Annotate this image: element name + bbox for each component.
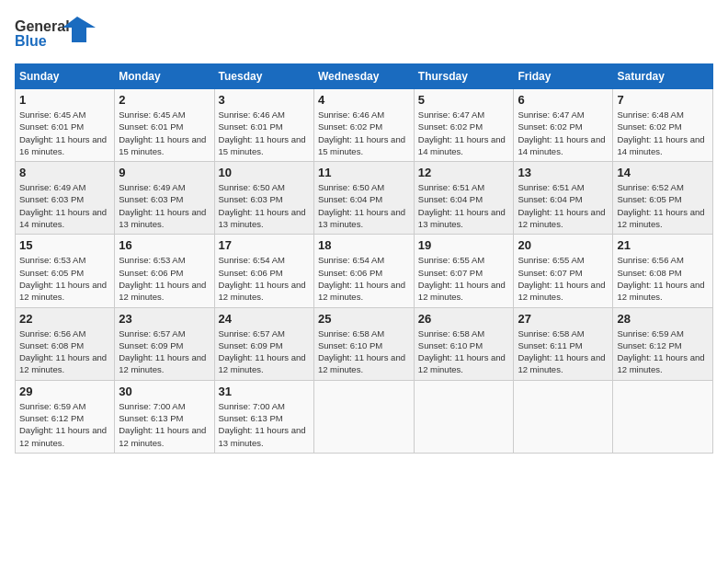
day-cell: 5Sunrise: 6:47 AM Sunset: 6:02 PM Daylig… bbox=[414, 89, 514, 162]
day-info: Sunrise: 6:54 AM Sunset: 6:06 PM Dayligh… bbox=[219, 254, 310, 303]
day-info: Sunrise: 6:45 AM Sunset: 6:01 PM Dayligh… bbox=[19, 109, 110, 157]
calendar-table: SundayMondayTuesdayWednesdayThursdayFrid… bbox=[15, 63, 713, 454]
day-cell: 6Sunrise: 6:47 AM Sunset: 6:02 PM Daylig… bbox=[514, 89, 613, 162]
logo: GeneralBlue bbox=[15, 15, 97, 56]
header-cell-friday: Friday bbox=[514, 64, 613, 89]
day-cell: 22Sunrise: 6:56 AM Sunset: 6:08 PM Dayli… bbox=[16, 307, 115, 380]
day-cell: 25Sunrise: 6:58 AM Sunset: 6:10 PM Dayli… bbox=[313, 307, 414, 380]
header-cell-monday: Monday bbox=[115, 64, 214, 89]
header-cell-saturday: Saturday bbox=[613, 64, 713, 89]
day-info: Sunrise: 6:47 AM Sunset: 6:02 PM Dayligh… bbox=[418, 109, 510, 157]
day-cell: 8Sunrise: 6:49 AM Sunset: 6:03 PM Daylig… bbox=[16, 162, 115, 235]
day-info: Sunrise: 6:54 AM Sunset: 6:06 PM Dayligh… bbox=[318, 254, 410, 303]
day-info: Sunrise: 6:58 AM Sunset: 6:10 PM Dayligh… bbox=[418, 327, 510, 376]
day-cell: 13Sunrise: 6:51 AM Sunset: 6:04 PM Dayli… bbox=[514, 162, 613, 235]
day-number: 19 bbox=[418, 238, 510, 252]
day-number: 31 bbox=[219, 385, 310, 398]
day-info: Sunrise: 6:53 AM Sunset: 6:05 PM Dayligh… bbox=[19, 254, 110, 303]
day-cell bbox=[414, 380, 514, 453]
day-number: 21 bbox=[617, 238, 709, 252]
day-cell: 24Sunrise: 6:57 AM Sunset: 6:09 PM Dayli… bbox=[214, 307, 313, 380]
day-info: Sunrise: 6:55 AM Sunset: 6:07 PM Dayligh… bbox=[518, 254, 609, 303]
week-row-1: 1Sunrise: 6:45 AM Sunset: 6:01 PM Daylig… bbox=[16, 89, 713, 162]
day-number: 14 bbox=[617, 166, 709, 179]
day-info: Sunrise: 6:59 AM Sunset: 6:12 PM Dayligh… bbox=[617, 327, 709, 376]
day-cell: 29Sunrise: 6:59 AM Sunset: 6:12 PM Dayli… bbox=[16, 380, 115, 453]
day-info: Sunrise: 6:45 AM Sunset: 6:01 PM Dayligh… bbox=[119, 109, 210, 157]
day-cell: 3Sunrise: 6:46 AM Sunset: 6:01 PM Daylig… bbox=[214, 89, 313, 162]
day-info: Sunrise: 6:47 AM Sunset: 6:02 PM Dayligh… bbox=[518, 109, 609, 157]
week-row-3: 15Sunrise: 6:53 AM Sunset: 6:05 PM Dayli… bbox=[16, 235, 713, 307]
day-info: Sunrise: 6:46 AM Sunset: 6:01 PM Dayligh… bbox=[219, 109, 310, 157]
day-info: Sunrise: 6:58 AM Sunset: 6:10 PM Dayligh… bbox=[318, 327, 410, 376]
header-cell-sunday: Sunday bbox=[16, 64, 115, 89]
header-cell-thursday: Thursday bbox=[414, 64, 514, 89]
day-number: 15 bbox=[19, 238, 110, 252]
day-info: Sunrise: 6:50 AM Sunset: 6:04 PM Dayligh… bbox=[318, 181, 410, 230]
day-info: Sunrise: 6:57 AM Sunset: 6:09 PM Dayligh… bbox=[119, 327, 210, 376]
day-number: 3 bbox=[219, 93, 310, 107]
day-cell: 7Sunrise: 6:48 AM Sunset: 6:02 PM Daylig… bbox=[613, 89, 713, 162]
day-info: Sunrise: 6:58 AM Sunset: 6:11 PM Dayligh… bbox=[518, 327, 609, 376]
day-info: Sunrise: 6:56 AM Sunset: 6:08 PM Dayligh… bbox=[19, 327, 110, 376]
day-number: 20 bbox=[518, 238, 609, 252]
day-number: 13 bbox=[518, 166, 609, 179]
calendar-header-row: SundayMondayTuesdayWednesdayThursdayFrid… bbox=[16, 64, 713, 89]
day-info: Sunrise: 6:49 AM Sunset: 6:03 PM Dayligh… bbox=[19, 181, 110, 230]
day-number: 28 bbox=[617, 312, 709, 326]
day-cell: 9Sunrise: 6:49 AM Sunset: 6:03 PM Daylig… bbox=[115, 162, 214, 235]
day-number: 17 bbox=[219, 238, 310, 252]
logo-svg: GeneralBlue bbox=[15, 15, 97, 56]
day-info: Sunrise: 6:57 AM Sunset: 6:09 PM Dayligh… bbox=[219, 327, 310, 376]
day-cell: 21Sunrise: 6:56 AM Sunset: 6:08 PM Dayli… bbox=[613, 235, 713, 307]
day-number: 26 bbox=[418, 312, 510, 326]
day-number: 5 bbox=[418, 93, 510, 107]
day-number: 1 bbox=[19, 93, 110, 107]
day-cell: 28Sunrise: 6:59 AM Sunset: 6:12 PM Dayli… bbox=[613, 307, 713, 380]
day-number: 6 bbox=[518, 93, 609, 107]
day-cell: 18Sunrise: 6:54 AM Sunset: 6:06 PM Dayli… bbox=[313, 235, 414, 307]
day-info: Sunrise: 6:46 AM Sunset: 6:02 PM Dayligh… bbox=[318, 109, 410, 157]
svg-text:General: General bbox=[15, 18, 70, 34]
svg-text:Blue: Blue bbox=[15, 33, 47, 49]
day-info: Sunrise: 6:53 AM Sunset: 6:06 PM Dayligh… bbox=[119, 254, 210, 303]
day-info: Sunrise: 6:51 AM Sunset: 6:04 PM Dayligh… bbox=[518, 181, 609, 230]
header-cell-wednesday: Wednesday bbox=[313, 64, 414, 89]
day-cell: 16Sunrise: 6:53 AM Sunset: 6:06 PM Dayli… bbox=[115, 235, 214, 307]
day-cell: 10Sunrise: 6:50 AM Sunset: 6:03 PM Dayli… bbox=[214, 162, 313, 235]
page-header: GeneralBlue bbox=[15, 15, 713, 56]
day-cell: 1Sunrise: 6:45 AM Sunset: 6:01 PM Daylig… bbox=[16, 89, 115, 162]
day-number: 8 bbox=[19, 166, 110, 179]
day-cell bbox=[613, 380, 713, 453]
day-number: 10 bbox=[219, 166, 310, 179]
day-number: 24 bbox=[219, 312, 310, 326]
day-info: Sunrise: 6:50 AM Sunset: 6:03 PM Dayligh… bbox=[219, 181, 310, 230]
day-cell bbox=[313, 380, 414, 453]
week-row-5: 29Sunrise: 6:59 AM Sunset: 6:12 PM Dayli… bbox=[16, 380, 713, 453]
day-info: Sunrise: 6:49 AM Sunset: 6:03 PM Dayligh… bbox=[119, 181, 210, 230]
day-number: 16 bbox=[119, 238, 210, 252]
day-info: Sunrise: 6:48 AM Sunset: 6:02 PM Dayligh… bbox=[617, 109, 709, 157]
day-info: Sunrise: 6:59 AM Sunset: 6:12 PM Dayligh… bbox=[19, 400, 110, 449]
day-number: 4 bbox=[318, 93, 410, 107]
day-cell: 4Sunrise: 6:46 AM Sunset: 6:02 PM Daylig… bbox=[313, 89, 414, 162]
day-info: Sunrise: 6:52 AM Sunset: 6:05 PM Dayligh… bbox=[617, 181, 709, 230]
day-number: 12 bbox=[418, 166, 510, 179]
day-info: Sunrise: 6:56 AM Sunset: 6:08 PM Dayligh… bbox=[617, 254, 709, 303]
day-cell: 14Sunrise: 6:52 AM Sunset: 6:05 PM Dayli… bbox=[613, 162, 713, 235]
day-cell: 23Sunrise: 6:57 AM Sunset: 6:09 PM Dayli… bbox=[115, 307, 214, 380]
day-cell: 26Sunrise: 6:58 AM Sunset: 6:10 PM Dayli… bbox=[414, 307, 514, 380]
day-cell: 17Sunrise: 6:54 AM Sunset: 6:06 PM Dayli… bbox=[214, 235, 313, 307]
day-cell: 31Sunrise: 7:00 AM Sunset: 6:13 PM Dayli… bbox=[214, 380, 313, 453]
day-cell: 27Sunrise: 6:58 AM Sunset: 6:11 PM Dayli… bbox=[514, 307, 613, 380]
day-cell bbox=[514, 380, 613, 453]
day-info: Sunrise: 7:00 AM Sunset: 6:13 PM Dayligh… bbox=[219, 400, 310, 449]
day-info: Sunrise: 6:51 AM Sunset: 6:04 PM Dayligh… bbox=[418, 181, 510, 230]
day-number: 25 bbox=[318, 312, 410, 326]
header-cell-tuesday: Tuesday bbox=[214, 64, 313, 89]
week-row-2: 8Sunrise: 6:49 AM Sunset: 6:03 PM Daylig… bbox=[16, 162, 713, 235]
calendar-body: 1Sunrise: 6:45 AM Sunset: 6:01 PM Daylig… bbox=[16, 89, 713, 454]
day-cell: 20Sunrise: 6:55 AM Sunset: 6:07 PM Dayli… bbox=[514, 235, 613, 307]
day-cell: 2Sunrise: 6:45 AM Sunset: 6:01 PM Daylig… bbox=[115, 89, 214, 162]
day-number: 22 bbox=[19, 312, 110, 326]
